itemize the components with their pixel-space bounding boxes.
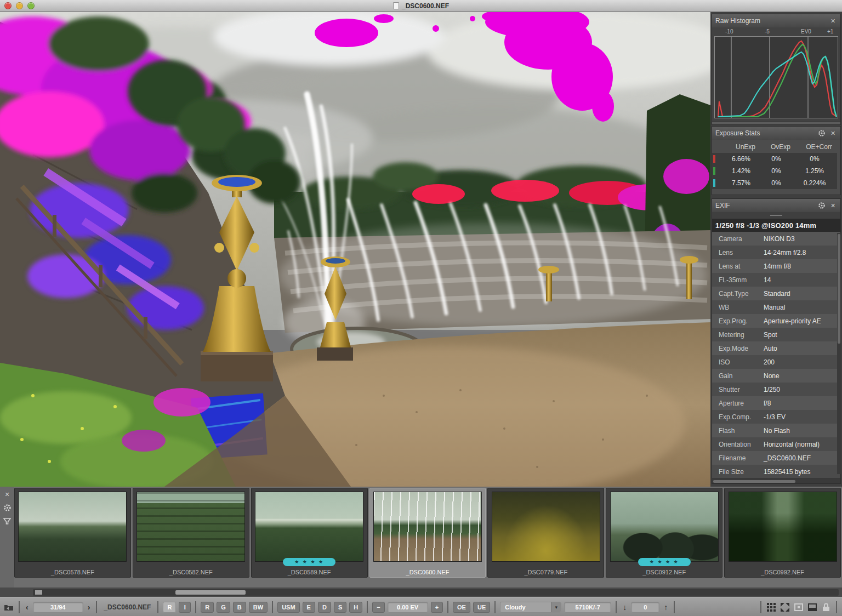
col-ovexp: OvExp	[764, 143, 798, 151]
raw-histogram-panel: Raw Histogram ✕ -10 -5 EV0 +1	[712, 14, 841, 125]
table-row: Filename_DSC0600.NEF	[712, 451, 840, 465]
exposure-stats-header[interactable]: Exposure Stats ✕	[712, 127, 840, 140]
list-item[interactable]: _DSC0992.NEF	[724, 488, 841, 578]
list-item[interactable]: ★ ★ ★ ★ _DSC0912.NEF	[606, 488, 722, 578]
list-item-selected[interactable]: _DSC0600.NEF	[369, 488, 486, 578]
details-button[interactable]: D	[318, 602, 331, 613]
scrollbar-handle[interactable]	[175, 590, 246, 595]
green-channel-button[interactable]: G	[217, 602, 230, 613]
gear-icon[interactable]	[3, 504, 12, 512]
grid-view-icon[interactable]	[766, 602, 777, 613]
table-row: Lens14-24mm f/2.8	[712, 246, 840, 259]
close-icon[interactable]: ✕	[829, 202, 837, 210]
unexp-value: 1.42%	[723, 167, 759, 175]
rating-badge[interactable]: ★ ★ ★ ★	[638, 558, 691, 566]
list-item[interactable]: ★ ★ ★ ★ _DSC0589.NEF	[251, 488, 368, 578]
thumbnail-image	[729, 492, 837, 562]
folder-icon[interactable]	[3, 602, 14, 613]
window-title-text: _DSC0600.NEF	[402, 2, 449, 10]
zoom-window-button[interactable]	[27, 2, 35, 9]
chevron-down-icon[interactable]: ▾	[551, 602, 561, 613]
table-row: 7.57% 0% 0.224%	[712, 177, 837, 189]
rating-badge[interactable]: ★ ★ ★ ★	[283, 558, 335, 566]
info-mode-button[interactable]: I	[179, 602, 191, 613]
toggle-panels-icon[interactable]	[807, 602, 818, 613]
exif-header[interactable]: EXIF ✕	[712, 199, 840, 212]
thumbnail-image	[255, 492, 363, 562]
gear-icon[interactable]	[818, 202, 826, 210]
lock-icon[interactable]	[821, 602, 832, 613]
filmstrip-rail: ✕	[0, 487, 14, 588]
color-temperature-value: 5710K/-7	[564, 602, 611, 613]
thumbnail-filename: _DSC0600.NEF	[370, 569, 486, 575]
unexp-value: 6.66%	[723, 155, 759, 163]
tick-minus5: -5	[765, 28, 770, 35]
filmstrip-scrollbar[interactable]	[0, 588, 842, 597]
white-balance-value: Cloudy	[500, 604, 551, 611]
panel-resize-handle[interactable]	[712, 122, 840, 124]
tick-minus10: -10	[725, 28, 733, 35]
exposure-stats-panel: Exposure Stats ✕ UnExp OvExp OE+Corr	[712, 126, 841, 195]
thumbnail-image	[373, 492, 482, 562]
thumbnail-filename: _DSC0578.NEF	[15, 569, 130, 575]
bottom-toolbar: ‹ 31/94 › _DSC0600.NEF R I R G B BW USM …	[0, 597, 842, 616]
traffic-lights	[4, 2, 35, 9]
exposure-stats-title: Exposure Stats	[715, 129, 760, 137]
white-balance-dropdown[interactable]: Cloudy ▾	[500, 602, 561, 613]
titlebar[interactable]: _DSC0600.NEF	[0, 0, 842, 12]
overexposure-button[interactable]: OE	[453, 602, 470, 613]
next-image-button[interactable]: ›	[86, 603, 92, 612]
raw-histogram-header[interactable]: Raw Histogram ✕	[712, 14, 840, 27]
ev-minus-button[interactable]: −	[372, 602, 384, 613]
exif-vertical-scrollbar[interactable]	[837, 233, 841, 474]
exposure-stats-body: UnExp OvExp OE+Corr 6.66% 0% 0% 1.42% 0%	[712, 140, 840, 195]
rating-down-button[interactable]: ↓	[621, 603, 628, 612]
usm-button[interactable]: USM	[277, 602, 299, 613]
raw-histogram-body: -10 -5 EV0 +1	[712, 27, 840, 122]
red-channel-button[interactable]: R	[201, 602, 214, 613]
list-item[interactable]: _DSC0779.NEF	[487, 488, 604, 578]
scrollbar-track[interactable]	[33, 589, 839, 596]
oecorr-value: 0.224%	[793, 179, 836, 187]
thumbnail-filename: _DSC0589.NEF	[252, 569, 367, 575]
panel-resize-handle[interactable]	[712, 212, 840, 219]
table-row: Shutter1/250	[712, 383, 840, 396]
rating-up-button[interactable]: ↑	[662, 603, 669, 612]
prev-image-button[interactable]: ‹	[24, 603, 30, 612]
table-row: Lens at14mm f/8	[712, 259, 840, 273]
gear-icon[interactable]	[818, 129, 826, 138]
ev-plus-button[interactable]: +	[431, 602, 443, 613]
raw-mode-button[interactable]: R	[163, 602, 176, 613]
minimize-window-button[interactable]	[16, 2, 23, 9]
exposure-button[interactable]: E	[303, 602, 315, 613]
tick-plus1: +1	[827, 28, 833, 35]
bw-channel-button[interactable]: BW	[249, 602, 268, 613]
document-icon	[393, 2, 399, 9]
photo-fountain-scene	[0, 12, 710, 487]
exif-table: CameraNIKON D3 Lens14-24mm f/2.8 Lens at…	[712, 232, 840, 478]
one-to-one-zoom-icon[interactable]	[793, 602, 804, 613]
table-row: Exp.ModeAuto	[712, 341, 840, 355]
exposure-stats-table: 6.66% 0% 0% 1.42% 0% 1.25% 7.57% 0%	[712, 153, 837, 189]
blue-channel-button[interactable]: B	[233, 602, 246, 613]
current-filename: _DSC0600.NEF	[101, 603, 153, 611]
list-item[interactable]: _DSC0582.NEF	[133, 488, 249, 578]
oecorr-value: 0%	[793, 155, 836, 163]
table-row: OrientationHorizontal (normal)	[712, 437, 840, 451]
exif-horizontal-scrollbar[interactable]	[712, 478, 840, 483]
filter-icon[interactable]	[3, 517, 12, 526]
thumbnail-image	[610, 492, 719, 562]
underexposure-button[interactable]: UE	[473, 602, 490, 613]
close-window-button[interactable]	[4, 2, 12, 9]
shadows-button[interactable]: S	[334, 602, 346, 613]
fit-to-screen-icon[interactable]	[780, 602, 790, 613]
highlights-button[interactable]: H	[349, 602, 362, 613]
thumbnail-strip: _DSC0578.NEF _DSC0582.NEF ★ ★ ★ ★ _DSC05…	[14, 488, 841, 578]
close-icon[interactable]: ✕	[829, 17, 837, 25]
table-row: FL-35mm14	[712, 273, 840, 287]
close-icon[interactable]: ✕	[3, 490, 12, 499]
scrollbar-arrow[interactable]	[35, 590, 42, 595]
image-viewer[interactable]	[0, 12, 710, 487]
close-icon[interactable]: ✕	[829, 129, 837, 138]
list-item[interactable]: _DSC0578.NEF	[14, 488, 131, 578]
